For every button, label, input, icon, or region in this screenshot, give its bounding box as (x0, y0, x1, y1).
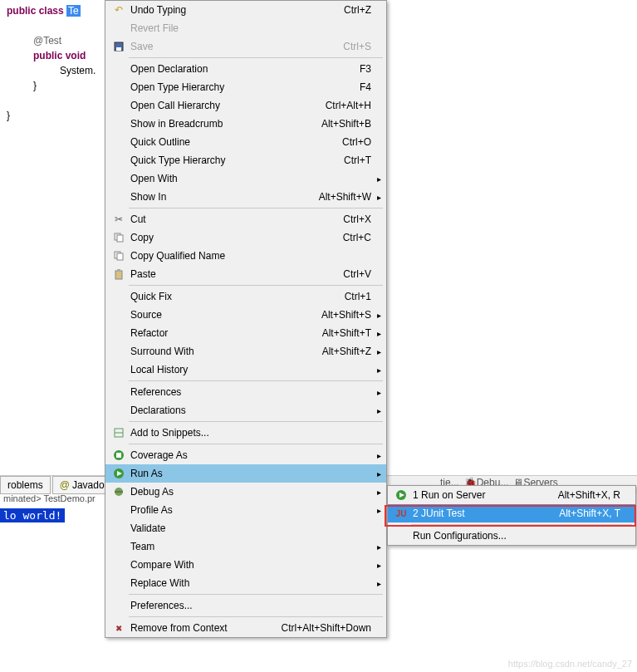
submenu-arrow-icon: ▸ (377, 579, 381, 588)
shortcut: Ctrl+X (343, 213, 371, 225)
menu-item-add-to-snippets[interactable]: Add to Snippets... (105, 424, 386, 442)
menu-item-validate[interactable]: Validate (105, 519, 386, 537)
menu-label: Copy Qualified Name (129, 250, 371, 262)
menu-label: Open Type Hierarchy (129, 81, 360, 93)
brace: } (7, 110, 10, 121)
menu-item-replace-with[interactable]: Replace With▸ (105, 574, 386, 592)
menu-separator (129, 444, 383, 444)
shortcut: Ctrl+Alt+H (326, 100, 371, 111)
code-text: System. (60, 65, 96, 76)
junit-icon: JU (391, 509, 411, 518)
menu-separator (411, 524, 632, 525)
menu-label: 1 Run on Server (411, 489, 558, 501)
menu-item-run-configurations[interactable]: Run Configurations... (388, 527, 635, 545)
cut-icon: ✂ (109, 213, 129, 225)
menu-item-local-history[interactable]: Local History▸ (105, 361, 386, 379)
shortcut: Ctrl+V (343, 268, 371, 280)
svg-rect-5 (117, 253, 123, 260)
menu-separator (129, 421, 383, 422)
menu-item-source[interactable]: SourceAlt+Shift+S▸ (105, 306, 386, 324)
menu-item-profile-as[interactable]: Profile As▸ (105, 501, 386, 519)
menu-label: Cut (129, 213, 343, 225)
menu-item-show-in[interactable]: Show InAlt+Shift+W▸ (105, 188, 386, 206)
shortcut: Ctrl+Z (344, 4, 371, 16)
menu-item-1-run-on-server[interactable]: 1 Run on ServerAlt+Shift+X, R (388, 486, 635, 504)
menu-item-compare-with[interactable]: Compare With▸ (105, 556, 386, 574)
menu-item-cut[interactable]: ✂CutCtrl+X (105, 210, 386, 228)
submenu-arrow-icon: ▸ (377, 347, 381, 356)
menu-item-run-as[interactable]: Run As▸ (105, 464, 386, 483)
submenu-arrow-icon: ▸ (377, 451, 381, 460)
shortcut: Ctrl+Alt+Shift+Down (282, 622, 371, 634)
menu-label: Quick Type Hierarchy (129, 155, 344, 166)
shortcut: Alt+Shift+S (321, 309, 371, 321)
menu-item-declarations[interactable]: Declarations▸ (105, 401, 386, 419)
menu-item-2-junit-test[interactable]: JU2 JUnit TestAlt+Shift+X, T (388, 504, 635, 522)
menu-item-remove-from-context[interactable]: ✖Remove from ContextCtrl+Alt+Shift+Down (105, 619, 386, 637)
svg-rect-11 (116, 453, 121, 458)
menu-item-copy[interactable]: CopyCtrl+C (105, 228, 386, 247)
menu-label: Local History (129, 364, 371, 375)
context-menu: ↶Undo TypingCtrl+ZRevert FileSaveCtrl+SO… (105, 0, 387, 638)
menu-separator (129, 285, 383, 286)
menu-label: Validate (129, 522, 371, 534)
menu-item-quick-fix[interactable]: Quick FixCtrl+1 (105, 287, 386, 306)
menu-separator (129, 594, 383, 595)
menu-item-quick-type-hierarchy[interactable]: Quick Type HierarchyCtrl+T (105, 151, 386, 169)
tab-problems[interactable]: roblems (0, 476, 51, 494)
watermark: https://blog.csdn.net/candy_27 (508, 659, 632, 669)
menu-label: Quick Outline (129, 136, 342, 148)
shortcut: Alt+Shift+X, R (558, 489, 620, 501)
menu-label: Profile As (129, 504, 371, 516)
shortcut: Ctrl+C (343, 232, 371, 243)
svg-rect-6 (115, 271, 122, 279)
keyword: public void (33, 50, 86, 61)
menu-label: 2 JUnit Test (411, 508, 559, 519)
menu-item-coverage-as[interactable]: Coverage As▸ (105, 446, 386, 464)
menu-label: Show in Breadcrumb (129, 118, 321, 130)
menu-item-open-with[interactable]: Open With▸ (105, 169, 386, 188)
menu-separator (129, 57, 383, 58)
menu-label: Add to Snippets... (129, 427, 371, 439)
shortcut: F4 (360, 81, 371, 93)
menu-item-open-declaration[interactable]: Open DeclarationF3 (105, 60, 386, 78)
submenu-arrow-icon: ▸ (377, 488, 381, 497)
menu-item-show-in-breadcrumb[interactable]: Show in BreadcrumbAlt+Shift+B (105, 115, 386, 133)
menu-item-preferences[interactable]: Preferences... (105, 596, 386, 615)
menu-item-paste[interactable]: PasteCtrl+V (105, 265, 386, 283)
menu-label: References (129, 386, 371, 398)
shortcut: Ctrl+O (342, 136, 371, 148)
menu-label: Open With (129, 173, 371, 184)
submenu-arrow-icon: ▸ (377, 469, 381, 478)
menu-item-undo-typing[interactable]: ↶Undo TypingCtrl+Z (105, 1, 386, 19)
submenu-arrow-icon: ▸ (377, 365, 381, 375)
save-icon (109, 42, 129, 52)
shortcut: Alt+Shift+Z (322, 346, 371, 357)
submenu-arrow-icon: ▸ (377, 311, 381, 320)
keyword: public class (7, 5, 66, 17)
console-status: minated> TestDemo.pr (0, 493, 96, 508)
console-output: lo world! (0, 508, 65, 522)
submenu-arrow-icon: ▸ (377, 174, 381, 184)
menu-item-copy-qualified-name[interactable]: Copy Qualified Name (105, 247, 386, 265)
menu-item-team[interactable]: Team▸ (105, 537, 386, 556)
menu-item-surround-with[interactable]: Surround WithAlt+Shift+Z▸ (105, 342, 386, 361)
menu-item-references[interactable]: References▸ (105, 383, 386, 401)
menu-label: Declarations (129, 405, 371, 416)
menu-label: Remove from Context (129, 622, 282, 634)
submenu-arrow-icon: ▸ (377, 506, 381, 515)
menu-item-debug-as[interactable]: Debug As▸ (105, 483, 386, 501)
submenu-arrow-icon: ▸ (377, 193, 381, 202)
menu-label: Surround With (129, 346, 322, 357)
menu-item-open-type-hierarchy[interactable]: Open Type HierarchyF4 (105, 78, 386, 96)
menu-separator (129, 380, 383, 381)
selected-text: Te (66, 5, 81, 17)
menu-item-open-call-hierarchy[interactable]: Open Call HierarchyCtrl+Alt+H (105, 96, 386, 115)
menu-separator (129, 616, 383, 617)
menu-item-save[interactable]: SaveCtrl+S (105, 37, 386, 56)
menu-label: Preferences... (129, 600, 371, 611)
svg-rect-3 (117, 235, 123, 242)
menu-item-quick-outline[interactable]: Quick OutlineCtrl+O (105, 133, 386, 151)
menu-item-revert-file[interactable]: Revert File (105, 19, 386, 37)
menu-item-refactor[interactable]: RefactorAlt+Shift+T▸ (105, 324, 386, 342)
